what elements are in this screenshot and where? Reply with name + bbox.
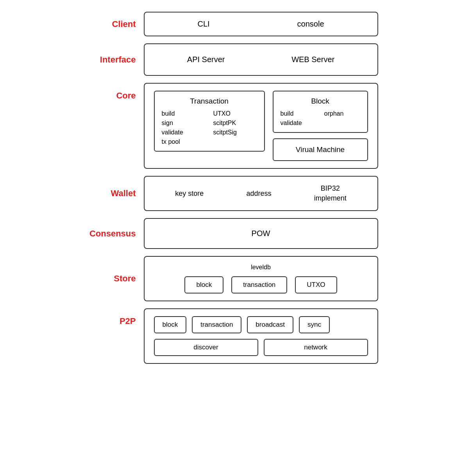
- core-inner: Transaction build UTXO sign scitptPK val…: [154, 91, 368, 161]
- wallet-inner: key store address BIP32 implement: [154, 184, 368, 203]
- tx-scitptsig: scitptSig: [213, 129, 257, 136]
- client-box: CLI console: [144, 12, 378, 36]
- wallet-keystore: key store: [175, 190, 204, 198]
- p2p-transaction: transaction: [192, 316, 241, 333]
- block-title: Block: [281, 97, 360, 106]
- bip32-block: BIP32 implement: [314, 184, 347, 203]
- interface-inner: API Server WEB Server: [154, 51, 368, 68]
- wallet-box: key store address BIP32 implement: [144, 176, 378, 211]
- store-layer: Store leveldb block transaction UTXO: [85, 256, 378, 301]
- store-box: leveldb block transaction UTXO: [144, 256, 378, 301]
- wallet-address: address: [246, 190, 271, 198]
- core-layer: Core Transaction build UTXO sign scitptP…: [85, 83, 378, 169]
- consensus-inner: POW: [154, 226, 368, 241]
- p2p-label: P2P: [85, 308, 136, 364]
- store-label: Store: [85, 274, 136, 284]
- tx-scitptpk: scitptPK: [213, 120, 257, 127]
- p2p-box: block transaction broadcast sync discove…: [144, 308, 378, 364]
- tx-validate: validate: [162, 129, 206, 136]
- transaction-box: Transaction build UTXO sign scitptPK val…: [154, 91, 265, 152]
- interface-box: API Server WEB Server: [144, 43, 378, 76]
- p2p-row2: discover network: [154, 339, 368, 356]
- store-utxo: UTXO: [295, 276, 337, 293]
- block-grid: build orphan validate: [281, 110, 360, 127]
- p2p-broadcast: broadcast: [247, 316, 293, 333]
- wallet-layer: Wallet key store address BIP32 implement: [85, 176, 378, 211]
- p2p-sync: sync: [299, 316, 330, 333]
- core-label: Core: [85, 83, 136, 169]
- block-empty: [324, 120, 360, 127]
- block-validate: validate: [281, 120, 316, 127]
- tx-pool: tx pool: [162, 138, 206, 145]
- consensus-box: POW: [144, 218, 378, 249]
- architecture-diagram: Client CLI console Interface API Server …: [85, 12, 378, 464]
- consensus-label: Consensus: [85, 229, 136, 239]
- interface-label: Interface: [85, 55, 136, 65]
- interface-layer: Interface API Server WEB Server: [85, 43, 378, 76]
- store-transaction: transaction: [231, 276, 287, 293]
- tx-empty: [213, 138, 257, 145]
- tx-utxo: UTXO: [213, 110, 257, 117]
- client-label: Client: [85, 19, 136, 29]
- consensus-layer: Consensus POW: [85, 218, 378, 249]
- store-items: block transaction UTXO: [184, 276, 337, 293]
- consensus-pow: POW: [252, 229, 270, 238]
- client-console: console: [297, 20, 324, 29]
- core-box: Transaction build UTXO sign scitptPK val…: [144, 83, 378, 169]
- p2p-row1: block transaction broadcast sync: [154, 316, 368, 333]
- p2p-discover: discover: [154, 339, 258, 356]
- block-orphan: orphan: [324, 110, 360, 117]
- block-build: build: [281, 110, 316, 117]
- p2p-network: network: [264, 339, 368, 356]
- vm-label: Virual Machine: [296, 145, 345, 154]
- transaction-grid: build UTXO sign scitptPK validate scitpt…: [162, 110, 257, 145]
- client-layer: Client CLI console: [85, 12, 378, 36]
- bip32-line1: BIP32: [314, 184, 347, 193]
- store-inner: leveldb block transaction UTXO: [154, 264, 368, 293]
- vm-box: Virual Machine: [273, 138, 368, 161]
- p2p-inner: block transaction broadcast sync discove…: [154, 316, 368, 356]
- wallet-label: Wallet: [85, 188, 136, 199]
- tx-sign: sign: [162, 120, 206, 127]
- bip32-line2: implement: [314, 193, 347, 203]
- p2p-block: block: [154, 316, 187, 333]
- interface-web: WEB Server: [291, 55, 334, 64]
- store-title: leveldb: [251, 264, 271, 271]
- client-cli: CLI: [197, 20, 209, 29]
- block-box: Block build orphan validate: [273, 91, 368, 133]
- interface-api: API Server: [187, 55, 225, 64]
- core-right: Block build orphan validate Virual Machi…: [273, 91, 368, 161]
- store-block: block: [184, 276, 223, 293]
- p2p-layer: P2P block transaction broadcast sync dis…: [85, 308, 378, 364]
- client-inner: CLI console: [154, 20, 368, 29]
- transaction-title: Transaction: [162, 97, 257, 106]
- tx-build: build: [162, 110, 206, 117]
